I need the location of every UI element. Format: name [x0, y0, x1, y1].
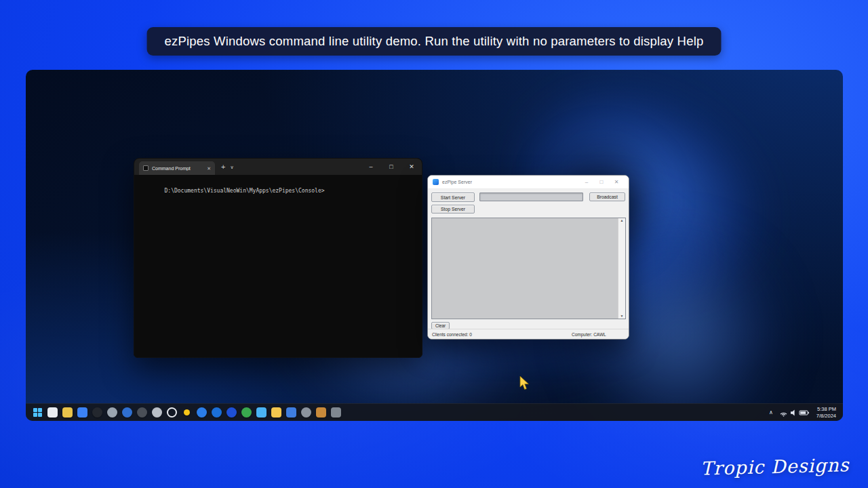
taskbar-icon-app-gray[interactable]: [152, 407, 162, 418]
new-tab-button[interactable]: +: [221, 163, 225, 171]
taskbar-icon-neobook[interactable]: [77, 407, 87, 418]
minimize-button[interactable]: –: [361, 159, 381, 175]
taskbar-icon-settings-gear[interactable]: [301, 407, 311, 418]
terminal-window: Command Prompt ✕ + ∨ – □ ✕ D:\Documents\…: [134, 158, 422, 358]
taskbar-icon-app-dark[interactable]: [92, 407, 102, 418]
scroll-up-icon[interactable]: ▲: [620, 219, 624, 222]
taskbar-icon-app-silver[interactable]: [107, 407, 117, 418]
terminal-titlebar[interactable]: Command Prompt ✕ + ∨ – □ ✕: [134, 159, 422, 175]
tab-close-icon[interactable]: ✕: [207, 166, 211, 171]
taskbar-icon-search[interactable]: [47, 407, 58, 418]
computer-name-label: Computer: CAWL: [572, 332, 606, 337]
taskbar-icon-app-ring[interactable]: [167, 407, 177, 418]
taskbar-icon-app-indigo[interactable]: [226, 407, 237, 418]
taskbar-icon-app-slate[interactable]: [137, 407, 147, 418]
taskbar-icon-app-amber[interactable]: [316, 407, 326, 418]
scroll-down-icon[interactable]: ▼: [620, 314, 624, 318]
tray-date: 7/8/2024: [816, 413, 836, 419]
ezpipe-app-icon: [433, 179, 439, 185]
tray-time: 5:38 PM: [816, 406, 836, 412]
tray-overflow-chevron-icon[interactable]: ∧: [769, 410, 773, 415]
network-volume-battery-icons[interactable]: [779, 409, 810, 417]
terminal-caption-buttons: – □ ✕: [361, 159, 422, 175]
server-caption-buttons: – □ ✕: [579, 176, 624, 189]
close-button[interactable]: ✕: [401, 159, 422, 175]
terminal-tab[interactable]: Command Prompt ✕: [139, 161, 215, 175]
maximize-button[interactable]: □: [594, 176, 609, 189]
maximize-button[interactable]: □: [381, 159, 401, 175]
taskbar-icon-app-dot[interactable]: [184, 409, 190, 415]
terminal-body[interactable]: D:\Documents\VisualNeoWin\MyApps\ezPipes…: [134, 175, 422, 207]
caption-text: ezPipes Windows command line utility dem…: [165, 34, 704, 49]
taskbar-app-icons: [33, 407, 341, 418]
taskbar-icon-start[interactable]: [33, 407, 43, 418]
desktop: Command Prompt ✕ + ∨ – □ ✕ D:\Documents\…: [26, 70, 843, 421]
broadcast-message-input[interactable]: [479, 192, 583, 201]
ezpipe-server-window: ezPipe Server – □ ✕ Start Server Stop Se…: [427, 175, 629, 340]
server-body: Start Server Stop Server Broadcast ▲ ▼ C…: [428, 189, 629, 339]
server-status-bar: Clients connected: 0 Computer: CAWL: [428, 329, 629, 339]
taskbar-icon-app-blue[interactable]: [122, 407, 132, 418]
video-frame: ezPipes Windows command line utility dem…: [0, 0, 868, 488]
server-titlebar[interactable]: ezPipe Server – □ ✕: [428, 176, 629, 189]
terminal-prompt: D:\Documents\VisualNeoWin\MyApps\ezPipes…: [165, 188, 325, 194]
taskbar-icon-edge[interactable]: [212, 407, 222, 418]
taskbar-icon-browser-globe[interactable]: [197, 407, 207, 418]
taskbar-icon-mail[interactable]: [256, 407, 267, 418]
terminal-tab-title: Command Prompt: [152, 166, 191, 171]
caption-banner: ezPipes Windows command line utility dem…: [147, 27, 722, 56]
taskbar-icon-widgets[interactable]: [62, 407, 73, 418]
taskbar-icon-app-green[interactable]: [241, 407, 252, 418]
listbox-scrollbar[interactable]: ▲ ▼: [618, 218, 625, 319]
clients-connected-label: Clients connected: 0: [432, 332, 472, 337]
server-window-title: ezPipe Server: [442, 180, 472, 184]
mouse-cursor: [519, 376, 530, 391]
system-tray: ∧ 5:38 PM 7/8/2024: [769, 406, 836, 419]
command-prompt-icon: [143, 165, 149, 171]
taskbar-icon-files-blue[interactable]: [286, 407, 296, 418]
start-server-button[interactable]: Start Server: [431, 192, 475, 202]
taskbar-icon-folder[interactable]: [271, 407, 281, 418]
taskbar: ∧ 5:38 PM 7/8/2024: [26, 403, 843, 421]
minimize-button[interactable]: –: [579, 176, 594, 189]
close-button[interactable]: ✕: [609, 176, 624, 189]
tab-dropdown-icon[interactable]: ∨: [230, 165, 233, 169]
server-log-listbox[interactable]: ▲ ▼: [431, 218, 626, 319]
stop-server-button[interactable]: Stop Server: [431, 205, 475, 214]
taskbar-icon-app-steel[interactable]: [331, 407, 341, 418]
tray-clock[interactable]: 5:38 PM 7/8/2024: [816, 406, 836, 419]
broadcast-button[interactable]: Broadcast: [589, 192, 625, 201]
watermark-text: Tropic Designs: [700, 454, 849, 479]
